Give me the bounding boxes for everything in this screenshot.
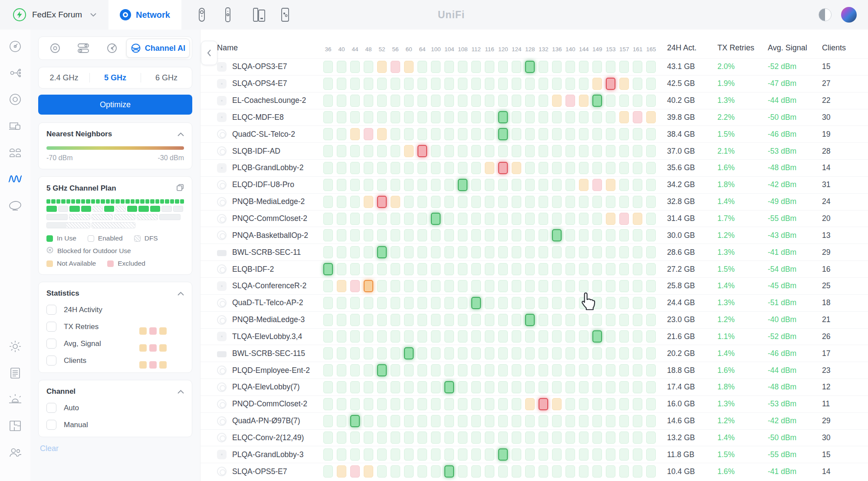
channel-cell[interactable]: [619, 128, 629, 140]
channel-header[interactable]: 128: [525, 46, 535, 53]
table-row[interactable]: ELQD-IDF-U8-Pro34.2 GB1.8%-42 dBm31: [201, 176, 868, 193]
channel-cell[interactable]: [485, 297, 494, 309]
channel-cell[interactable]: [458, 398, 467, 410]
channel-cell[interactable]: [377, 78, 387, 90]
channel-cell[interactable]: [350, 432, 360, 444]
channel-cell[interactable]: [525, 111, 535, 123]
channel-cell[interactable]: [337, 229, 346, 241]
channel-cell[interactable]: [592, 95, 602, 107]
checkbox-manual[interactable]: [46, 420, 56, 430]
channel-cell[interactable]: [350, 364, 360, 376]
channel-cell[interactable]: [323, 78, 333, 90]
channel-cell[interactable]: [512, 314, 521, 326]
channel-cell[interactable]: [525, 330, 535, 343]
channel-cell[interactable]: [350, 246, 360, 258]
channel-cell[interactable]: [525, 381, 535, 393]
channel-cell[interactable]: [512, 398, 521, 410]
channel-cell[interactable]: [458, 381, 467, 393]
channel-cell[interactable]: [606, 111, 615, 123]
table-row[interactable]: QuadC-SL-Telco-238.4 GB1.5%-46 dBm19: [201, 125, 868, 142]
channel-cell[interactable]: [579, 61, 589, 73]
optimize-button[interactable]: Optimize: [38, 95, 192, 115]
channel-cell[interactable]: [646, 162, 656, 174]
channel-cell[interactable]: [539, 162, 548, 174]
channel-cell[interactable]: [323, 111, 333, 123]
channel-cell[interactable]: [377, 246, 387, 258]
channel-cell[interactable]: [485, 330, 494, 343]
channel-cell[interactable]: [418, 179, 427, 191]
channel-cell[interactable]: [364, 213, 373, 225]
channel-header[interactable]: 64: [418, 46, 427, 53]
channel-cell[interactable]: [566, 95, 575, 107]
table-row[interactable]: BWL-SCRB-SEC-1128.6 GB1.3%-41 dBm29: [201, 244, 868, 260]
channel-cell[interactable]: [485, 213, 494, 225]
channel-cell[interactable]: [552, 246, 562, 258]
channel-cell[interactable]: [566, 465, 575, 478]
channel-cell[interactable]: [512, 364, 521, 376]
channel-cell[interactable]: [566, 213, 575, 225]
channel-cell[interactable]: [552, 162, 562, 174]
channel-cell[interactable]: [498, 297, 508, 309]
channel-cell[interactable]: [485, 263, 494, 275]
table-row[interactable]: ELQB-IDF-227.2 GB1.5%-54 dBm16: [201, 260, 868, 277]
channel-cell[interactable]: [471, 263, 481, 275]
channel-cell[interactable]: [418, 196, 427, 208]
channel-cell[interactable]: [364, 196, 373, 208]
channel-cell[interactable]: [619, 314, 629, 326]
channel-cell[interactable]: [539, 347, 548, 359]
channel-cell[interactable]: [337, 263, 346, 275]
channel-cell[interactable]: [350, 78, 360, 90]
channel-cell[interactable]: [566, 398, 575, 410]
channel-cell[interactable]: [404, 381, 414, 393]
channel-header[interactable]: 116: [485, 46, 494, 53]
channel-cell[interactable]: [323, 95, 333, 107]
channel-cell[interactable]: [418, 415, 427, 427]
channel-header[interactable]: 153: [606, 46, 615, 53]
channel-cell[interactable]: [592, 162, 602, 174]
channel-cell[interactable]: [485, 229, 494, 241]
signal-gradient-bar[interactable]: [46, 146, 184, 150]
theme-toggle[interactable]: [819, 8, 832, 21]
channel-cell[interactable]: [458, 280, 467, 292]
channel-cell[interactable]: [606, 280, 615, 292]
channel-cell[interactable]: [377, 465, 387, 478]
channel-cell[interactable]: [539, 213, 548, 225]
channel-cell[interactable]: [323, 229, 333, 241]
channel-cell[interactable]: [619, 213, 629, 225]
channel-cell[interactable]: [566, 280, 575, 292]
channel-cell[interactable]: [525, 78, 535, 90]
channel-cell[interactable]: [525, 145, 535, 157]
tab-channel-ai[interactable]: Channel AI: [126, 39, 190, 58]
channel-cell[interactable]: [431, 78, 441, 90]
channel-cell[interactable]: [337, 95, 346, 107]
channel-cell[interactable]: [539, 432, 548, 444]
channel-cell[interactable]: [525, 415, 535, 427]
channel-cell[interactable]: [471, 78, 481, 90]
channel-cell[interactable]: [498, 465, 508, 478]
channel-cell[interactable]: [579, 381, 589, 393]
collapse-caret-icon[interactable]: [178, 290, 184, 297]
channel-cell[interactable]: [418, 213, 427, 225]
channel-cell[interactable]: [606, 347, 615, 359]
channel-cell[interactable]: [418, 381, 427, 393]
channel-cell[interactable]: [404, 330, 414, 343]
channel-cell[interactable]: [471, 398, 481, 410]
channel-header[interactable]: 44: [350, 46, 360, 53]
channel-cell[interactable]: [579, 162, 589, 174]
channel-cell[interactable]: [525, 162, 535, 174]
channel-cell[interactable]: [337, 128, 346, 140]
channel-cell[interactable]: [404, 61, 414, 73]
channel-cell[interactable]: [525, 364, 535, 376]
channel-cell[interactable]: [579, 347, 589, 359]
channel-cell[interactable]: [579, 213, 589, 225]
channel-cell[interactable]: [444, 128, 454, 140]
copy-icon[interactable]: [176, 184, 184, 193]
channel-cell[interactable]: [350, 111, 360, 123]
tab-scanner[interactable]: [98, 39, 126, 58]
channel-cell[interactable]: [337, 78, 346, 90]
channel-cell[interactable]: [471, 364, 481, 376]
channel-cell[interactable]: [633, 347, 642, 359]
channel-cell[interactable]: [646, 415, 656, 427]
channel-cell[interactable]: [458, 213, 467, 225]
channel-cell[interactable]: [525, 229, 535, 241]
